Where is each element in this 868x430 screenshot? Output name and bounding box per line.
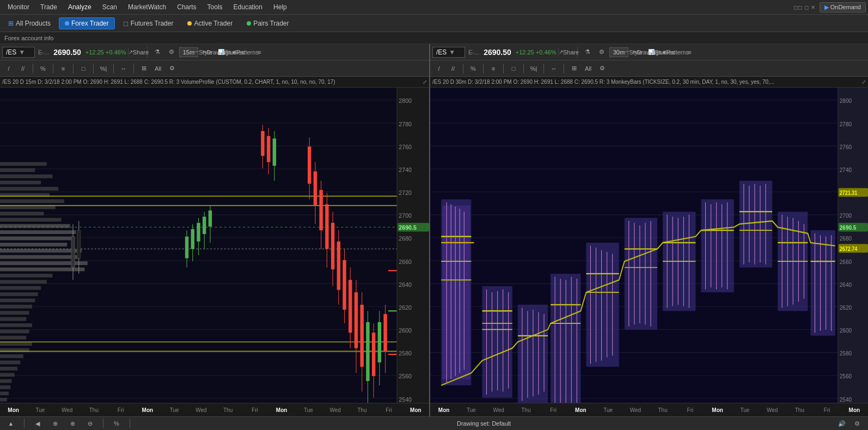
left-drawing-settings[interactable]: ⚙ — [166, 63, 179, 75]
right-time-fri1: Fri — [540, 407, 567, 413]
svg-rect-48 — [0, 367, 17, 371]
right-price: 2690.50 — [480, 48, 515, 57]
ondemand-button[interactable]: ▶ OnDemand — [820, 2, 866, 13]
right-all-btn[interactable]: All — [582, 63, 595, 75]
right-rectangle-tool[interactable]: □ — [507, 63, 520, 75]
right-menu-btn[interactable]: ≡ — [683, 46, 696, 58]
svg-rect-39 — [0, 311, 29, 315]
svg-rect-43 — [0, 336, 26, 340]
menu-monitor[interactable]: Monitor — [2, 1, 35, 13]
active-trader-btn[interactable]: Active Trader — [181, 17, 239, 29]
svg-text:2560: 2560 — [840, 373, 852, 380]
left-chart-panel: /ES ▼ E-... 2690.50 +12.25 +0.46% ↗ Shar… — [0, 44, 430, 416]
left-rectangle-tool[interactable]: □ — [77, 63, 90, 75]
status-zoom-out-btn[interactable]: ⊖ — [83, 417, 96, 429]
futures-trader-btn[interactable]: ◻ Futures Trader — [117, 17, 180, 29]
right-flask-icon[interactable]: ⚗ — [581, 46, 594, 58]
left-draw-line[interactable]: / — [2, 63, 15, 75]
right-chart-body: 2800 2780 2760 2740 2721.31 2700 2690.5 … — [430, 88, 868, 416]
left-settings-icon[interactable]: ⚙ — [165, 46, 178, 58]
forex-trader-btn[interactable]: Forex Trader — [59, 17, 115, 29]
right-time-tue2: Tue — [595, 407, 622, 413]
pairs-trader-btn[interactable]: Pairs Trader — [241, 17, 295, 29]
status-back-btn[interactable]: ◀ — [31, 417, 44, 429]
svg-rect-29 — [0, 249, 82, 253]
svg-rect-82 — [314, 171, 317, 206]
svg-rect-28 — [0, 243, 67, 247]
time-fri1: Fri — [107, 407, 134, 413]
all-products-btn[interactable]: ⊞ All Products — [2, 17, 57, 29]
left-chart-info-text: /ES 20 D 15m D: 3/2/18 2:00 PM O: 2690 H… — [2, 79, 335, 85]
status-up-btn[interactable]: ▲ — [4, 417, 17, 429]
svg-rect-34 — [0, 280, 47, 284]
status-pan-btn[interactable]: ⊕ — [48, 417, 62, 429]
svg-rect-50 — [0, 379, 11, 383]
left-chart-resize[interactable]: ⤢ — [423, 79, 427, 85]
svg-rect-100 — [366, 322, 369, 381]
right-time-thu1: Thu — [512, 407, 540, 413]
left-symbol: /ES — [6, 48, 16, 56]
menu-education[interactable]: Education — [228, 1, 268, 13]
right-chart-info-text: /ES 20 D 30m D: 3/2/18 2:00 PM O: 2690 H… — [432, 79, 774, 85]
right-sep6 — [564, 64, 564, 73]
svg-rect-88 — [331, 223, 334, 269]
menu-marketwatch[interactable]: MarketWatch — [123, 1, 172, 13]
dual-charts: /ES ▼ E-... 2690.50 +12.25 +0.46% ↗ Shar… — [0, 44, 868, 416]
right-time-axis: Mon Tue Wed Thu Fri Mon Tue Wed Thu Fri … — [430, 403, 868, 416]
right-draw-ray[interactable]: // — [447, 63, 460, 75]
left-grid-btn[interactable]: ⊞ — [137, 63, 150, 75]
menu-analyze[interactable]: Analyze — [63, 1, 97, 13]
right-symbol-selector[interactable]: /ES ▼ — [432, 47, 465, 58]
status-speaker-btn[interactable]: 🔊 — [835, 417, 848, 429]
right-price-level-tool[interactable]: ≡ — [487, 63, 500, 75]
status-percent-btn[interactable]: % — [110, 417, 123, 429]
right-share-btn[interactable]: ↗ Share — [562, 46, 575, 58]
svg-text:2740: 2740 — [399, 167, 412, 173]
svg-text:2600: 2600 — [840, 327, 852, 334]
svg-rect-42 — [0, 329, 29, 333]
left-patterns-btn[interactable]: ◈ Patterns — [239, 46, 252, 58]
left-percent-tool[interactable]: % — [36, 63, 50, 75]
right-drawing-settings[interactable]: ⚙ — [596, 63, 609, 75]
status-settings-btn[interactable]: ⚙ — [851, 417, 864, 429]
left-sep2 — [53, 64, 53, 73]
left-share-btn[interactable]: ↗ Share — [132, 46, 145, 58]
left-symbol-selector[interactable]: /ES ▼ — [2, 47, 35, 58]
left-draw-ray[interactable]: // — [16, 63, 29, 75]
right-chart-toolbar: /ES ▼ E-... 2690.50 +12.25 +0.46% ↗ Shar… — [430, 44, 868, 60]
svg-rect-30 — [0, 255, 79, 259]
left-measure-tool[interactable]: ↔ — [117, 63, 130, 75]
status-sep2 — [103, 419, 103, 428]
svg-text:2540: 2540 — [840, 396, 852, 403]
svg-rect-32 — [0, 267, 84, 271]
status-zoom-in-btn[interactable]: ⊕ — [66, 417, 79, 429]
menu-charts[interactable]: Charts — [172, 1, 201, 13]
svg-text:2690.5: 2690.5 — [840, 224, 857, 231]
main-wrapper: Monitor Trade Analyze Scan MarketWatch C… — [0, 0, 868, 430]
menu-scan[interactable]: Scan — [97, 1, 123, 13]
menu-help[interactable]: Help — [268, 1, 292, 13]
left-price-level-tool[interactable]: ≡ — [57, 63, 70, 75]
right-grid-btn[interactable]: ⊞ — [567, 63, 580, 75]
svg-rect-104 — [378, 322, 381, 363]
right-measure-tool[interactable]: ↔ — [547, 63, 560, 75]
right-percent2-tool[interactable]: %| — [527, 63, 540, 75]
right-chart-resize[interactable]: ⤢ — [861, 79, 866, 85]
right-draw-line[interactable]: / — [432, 63, 445, 75]
forex-account-label: Forex account info — [4, 35, 54, 41]
left-menu-btn[interactable]: ≡ — [253, 46, 266, 58]
menu-tools[interactable]: Tools — [202, 1, 228, 13]
right-percent-tool[interactable]: % — [467, 63, 480, 75]
forex-dot — [65, 21, 69, 26]
menu-trade[interactable]: Trade — [35, 1, 63, 13]
left-flask-icon[interactable]: ⚗ — [151, 46, 164, 58]
svg-rect-98 — [360, 305, 363, 367]
left-sep1 — [33, 64, 33, 73]
right-settings-icon[interactable]: ⚙ — [595, 46, 608, 58]
svg-rect-179 — [586, 243, 619, 367]
left-percent2-tool[interactable]: %| — [97, 63, 110, 75]
left-all-btn[interactable]: All — [151, 63, 164, 75]
svg-text:2640: 2640 — [399, 281, 412, 288]
right-chart-info-strip: /ES 20 D 30m D: 3/2/18 2:00 PM O: 2690 H… — [430, 77, 868, 88]
right-patterns-btn[interactable]: ◈ Patterns — [669, 46, 682, 58]
